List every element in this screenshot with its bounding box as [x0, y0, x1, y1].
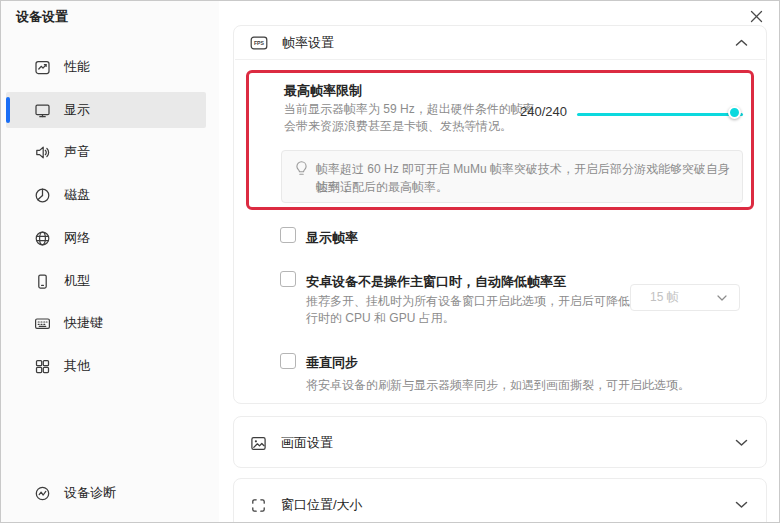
bulb-icon: [294, 160, 309, 177]
sidebar-item-label: 性能: [64, 58, 90, 76]
fps-icon: FPS: [250, 35, 268, 51]
window-size-icon: [250, 497, 267, 514]
sidebar-item-label: 显示: [64, 101, 90, 119]
sidebar-item-device-model[interactable]: 机型: [6, 263, 206, 299]
framerate-section-header[interactable]: FPS 帧率设置: [234, 26, 766, 59]
fps-tip-line2: 达到适配后的最高帧率。: [316, 178, 448, 196]
network-icon: [34, 230, 51, 247]
sidebar-item-network[interactable]: 网络: [6, 220, 206, 256]
max-fps-desc-line2: 会带来资源浪费甚至是卡顿、发热等情况。: [284, 118, 512, 135]
max-fps-highlight-box: 最高帧率限制 当前显示器帧率为 59 Hz，超出硬件条件的帧率 会带来资源浪费甚…: [246, 70, 754, 210]
sidebar: 设备设置 性能 显示 声音 磁盘 网络 机型 快捷键: [1, 1, 219, 523]
sidebar-item-shortcuts[interactable]: 快捷键: [6, 305, 206, 341]
fps-tip-box: 帧率超过 60 Hz 即可开启 MuMu 帧率突破技术，开启后部分游戏能够突破自…: [281, 150, 743, 203]
sidebar-item-label: 设备诊断: [64, 484, 116, 502]
show-fps-label: 显示帧率: [306, 229, 358, 247]
performance-icon: [34, 59, 51, 76]
sidebar-item-label: 机型: [64, 272, 90, 290]
picture-settings-card: 画面设置: [233, 416, 767, 468]
max-fps-value: 240/240: [507, 104, 567, 119]
sidebar-item-other[interactable]: 其他: [6, 348, 206, 384]
chevron-up-icon[interactable]: [735, 39, 748, 47]
sidebar-item-display[interactable]: 显示: [6, 92, 206, 128]
chevron-down-icon: [717, 295, 727, 301]
sidebar-item-label: 磁盘: [64, 186, 90, 204]
phone-icon: [34, 273, 51, 290]
fps-limit-dropdown-value: 15 帧: [650, 289, 717, 306]
sidebar-item-diagnosis[interactable]: 设备诊断: [6, 475, 206, 511]
fps-limit-dropdown[interactable]: 15 帧: [630, 284, 740, 311]
diagnosis-icon: [34, 485, 51, 502]
max-fps-slider-knob[interactable]: [728, 106, 741, 119]
window-section-title: 窗口位置/大小: [281, 496, 363, 514]
picture-icon: [250, 435, 267, 452]
disk-icon: [34, 187, 51, 204]
display-icon: [34, 102, 51, 119]
sound-icon: [34, 144, 51, 161]
framerate-section-title: 帧率设置: [282, 34, 334, 52]
sidebar-item-label: 其他: [64, 357, 90, 375]
auto-reduce-label: 安卓设备不是操作主窗口时，自动降低帧率至: [306, 273, 566, 291]
sidebar-item-sound[interactable]: 声音: [6, 134, 206, 170]
auto-reduce-desc-line1: 推荐多开、挂机时为所有设备窗口开启此选项，开启后可降低运: [306, 293, 642, 310]
close-icon: [750, 10, 763, 23]
picture-section-header[interactable]: 画面设置: [234, 417, 766, 469]
auto-reduce-desc-line2: 行时的 CPU 和 GPU 占用。: [306, 310, 455, 327]
vsync-desc: 将安卓设备的刷新与显示器频率同步，如遇到画面撕裂，可开启此选项。: [306, 377, 690, 394]
max-fps-desc-line1: 当前显示器帧率为 59 Hz，超出硬件条件的帧率: [284, 101, 535, 118]
show-fps-checkbox[interactable]: [280, 227, 296, 243]
max-fps-title: 最高帧率限制: [284, 82, 362, 100]
max-fps-slider-track[interactable]: [577, 113, 743, 116]
window-title: 设备设置: [16, 8, 68, 26]
auto-reduce-checkbox[interactable]: [280, 271, 296, 287]
sidebar-item-label: 网络: [64, 229, 90, 247]
svg-text:FPS: FPS: [254, 40, 265, 46]
chevron-down-icon[interactable]: [735, 501, 748, 509]
vsync-label: 垂直同步: [306, 354, 358, 372]
device-settings-window: 设备设置 性能 显示 声音 磁盘 网络 机型 快捷键: [0, 0, 780, 523]
sidebar-item-performance[interactable]: 性能: [6, 49, 206, 85]
sidebar-item-label: 声音: [64, 143, 90, 161]
grid-icon: [34, 358, 51, 375]
chevron-down-icon[interactable]: [735, 439, 748, 447]
picture-section-title: 画面设置: [281, 434, 333, 452]
vsync-checkbox[interactable]: [280, 353, 296, 369]
keyboard-icon: [34, 315, 51, 332]
window-section-header[interactable]: 窗口位置/大小: [234, 479, 766, 523]
window-position-card: 窗口位置/大小: [233, 478, 767, 523]
sidebar-item-disk[interactable]: 磁盘: [6, 177, 206, 213]
sidebar-item-label: 快捷键: [64, 314, 103, 332]
framerate-settings-card: FPS 帧率设置 最高帧率限制 当前显示器帧率为 59 Hz，超出硬件条件的帧率…: [233, 25, 767, 404]
header-divider: [235, 59, 765, 60]
